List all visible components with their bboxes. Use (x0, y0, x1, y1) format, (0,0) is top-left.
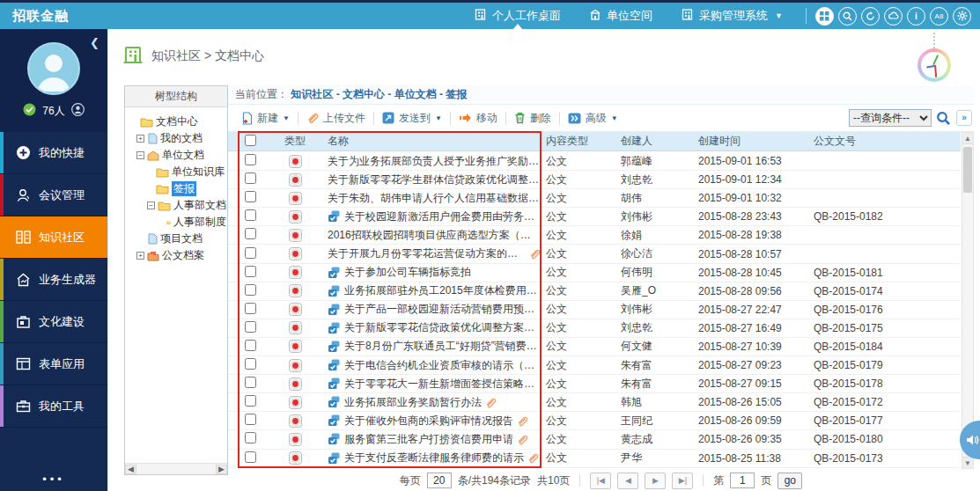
document-name-link[interactable]: 服务窗第三批客户打捞资信费用申请 (344, 432, 513, 447)
column-header-type[interactable]: 类型 (269, 134, 321, 149)
upload-file-button[interactable]: 上传文件 (298, 111, 373, 126)
document-name-link[interactable]: 关于电信合约机企业资质审核的请示（泰隆集团... (344, 358, 541, 373)
document-name-link[interactable]: 关于产品一部校园迎新活动营销费用预算申请 (344, 302, 541, 317)
document-name-link[interactable]: 业务拓展部业务奖励暂行办法 (344, 395, 482, 410)
document-name-link[interactable]: 关于新版零零花学生群体信贷政策优化调整方案第二... (328, 172, 541, 187)
collapse-icon[interactable]: − (136, 151, 144, 159)
advanced-button[interactable]: 高级▼ (560, 111, 626, 126)
column-header-name[interactable]: 名称 (321, 134, 541, 149)
tree-item-my-documents[interactable]: + 我的文档 (128, 130, 226, 147)
document-name-link[interactable]: 关于开展九月份零零花运营促动方案的请示 (328, 246, 526, 261)
avatar[interactable] (27, 42, 80, 95)
nav-unit-space[interactable]: 单位空间 (575, 3, 667, 29)
table-row[interactable]: 关于新版零零花信贷政策优化调整方案第一版及... 公文 刘忠乾 2015-08-… (228, 319, 961, 338)
expand-icon[interactable]: + (136, 252, 144, 260)
first-page-button[interactable]: |◀ (590, 473, 611, 489)
row-checkbox[interactable] (245, 154, 256, 165)
tree-item-official-archives[interactable]: + 公文档案 (128, 247, 226, 264)
location-link[interactable]: 单位文档 (394, 88, 446, 100)
row-checkbox[interactable] (245, 191, 256, 202)
tree-item-hr-documents[interactable]: − 人事部文档 (128, 197, 226, 214)
document-name-link[interactable]: 关于催收外包商的采购评审情况报告 (344, 414, 513, 429)
new-button[interactable]: 新建▼ (233, 111, 298, 126)
document-name-link[interactable]: 2016招联校园招聘项目供应商选型方案（具体说明见... (328, 228, 541, 243)
table-row[interactable]: 关于零零花大一新生新增面签授信策略的请示 公文 朱有富 2015-08-27 0… (228, 375, 961, 393)
document-name-link[interactable]: 关于支付反垄断法律服务律师费的请示 (344, 451, 524, 465)
sidebar-item-my-shortcuts[interactable]: 我的快捷 (0, 132, 107, 174)
sidebar-more-dots[interactable]: ••• (0, 473, 107, 486)
table-row[interactable]: 业务拓展部驻外员工2015年度体检费用申请 公文 吴雁_O 2015-08-28… (228, 282, 961, 301)
go-button[interactable]: go (777, 473, 802, 489)
query-condition-select[interactable]: --查询条件-- (849, 109, 932, 127)
table-row[interactable]: 2016招联校园招聘项目供应商选型方案（具体说明见... 公文 徐娟 2015-… (228, 226, 961, 245)
column-header-doc-number[interactable]: 公文文号 (810, 134, 961, 149)
table-row[interactable]: 关于朱劲、胡伟申请人行个人信用基础数据库用户的... 公文 胡伟 2015-09… (228, 189, 961, 208)
row-checkbox[interactable] (245, 414, 256, 425)
scroll-left-icon[interactable]: ◀ (125, 465, 136, 474)
a8-badge-icon[interactable]: A8 (930, 7, 948, 26)
tree-horizontal-scrollbar[interactable]: ◀ ▶ (125, 463, 227, 474)
row-checkbox[interactable] (245, 266, 256, 277)
row-checkbox[interactable] (245, 340, 256, 351)
send-to-button[interactable]: 发送到▼ (374, 111, 450, 126)
location-link[interactable]: 签报 (446, 88, 467, 100)
move-button[interactable]: 移动 (451, 111, 505, 126)
table-row[interactable]: 关于为业务拓展部负责人授予业务推广奖励的申请 公文 郭蕴峰 2015-09-01… (228, 152, 961, 171)
document-name-link[interactable]: 关于参加公司车辆指标竞拍 (344, 265, 471, 280)
scroll-up-icon[interactable]: ▲ (962, 133, 973, 144)
tree-item-document-center[interactable]: 文档中心 (128, 114, 226, 130)
cloud-icon[interactable] (884, 7, 903, 26)
last-page-button[interactable]: ▶| (672, 473, 693, 489)
search-icon[interactable] (936, 111, 951, 126)
collapse-sidebar-icon[interactable]: ❮ (90, 36, 99, 49)
settings-gear-icon[interactable] (953, 7, 971, 26)
search-icon[interactable] (838, 7, 857, 26)
collapse-icon[interactable]: − (147, 202, 155, 209)
table-row[interactable]: 服务窗第三批客户打捞资信费用申请 公文 黄志成 2015-08-26 09:35… (228, 430, 961, 449)
prev-page-button[interactable]: ◀ (617, 473, 638, 489)
tree-item-unit-documents[interactable]: − 单位文档 (128, 147, 226, 164)
table-row[interactable]: 业务拓展部业务奖励暂行办法 公文 韩旭 2015-08-26 15:05 QB-… (228, 393, 961, 412)
nav-personal-desktop[interactable]: 个人工作桌面 (460, 3, 575, 29)
row-checkbox[interactable] (245, 321, 256, 333)
sidebar-item-culture-building[interactable]: 文化建设 (0, 301, 107, 343)
location-link[interactable]: 文档中心 (343, 88, 394, 100)
table-row[interactable]: 关于催收外包商的采购评审情况报告 公文 王同纪 2015-08-26 09:59… (228, 412, 961, 430)
column-header-created[interactable]: 创建时间 (694, 134, 810, 149)
row-checkbox[interactable] (245, 395, 256, 407)
tree-item-unit-knowledge-base[interactable]: 单位知识库 (128, 164, 226, 180)
location-link[interactable]: 知识社区 (291, 88, 343, 100)
row-checkbox[interactable] (245, 451, 256, 463)
table-row[interactable]: 关于支付反垄断法律服务律师费的请示 公文 尹华 2015-08-25 11:38… (228, 450, 961, 468)
row-checkbox[interactable] (245, 358, 256, 370)
next-page-button[interactable]: ▶ (645, 473, 666, 489)
sidebar-item-knowledge-community[interactable]: 知识社区 (0, 216, 107, 259)
sidebar-item-meeting-management[interactable]: 会议管理 (0, 174, 107, 216)
page-title[interactable]: 知识社区 > 文档中心 (151, 48, 264, 64)
document-name-link[interactable]: 关于为业务拓展部负责人授予业务推广奖励的申请 (328, 154, 541, 169)
document-name-link[interactable]: 业务拓展部驻外员工2015年度体检费用申请 (344, 283, 541, 298)
row-checkbox[interactable] (245, 284, 256, 296)
select-all-checkbox[interactable] (245, 135, 256, 146)
expand-icon[interactable]: + (136, 135, 144, 143)
contacts-person-icon[interactable] (71, 103, 85, 119)
page-number-input[interactable] (730, 473, 755, 488)
vertical-scrollbar[interactable]: ▲ ▼ (962, 132, 974, 469)
row-checkbox[interactable] (245, 247, 256, 259)
tree-item-project-documents[interactable]: 项目文档 (128, 231, 226, 247)
row-checkbox[interactable] (245, 432, 256, 443)
row-checkbox[interactable] (245, 377, 256, 388)
table-row[interactable]: 关于开展九月份零零花运营促动方案的请示 公文 徐心洁 2015-08-28 10… (228, 245, 961, 263)
row-checkbox[interactable] (245, 228, 256, 239)
refresh-icon[interactable] (861, 7, 880, 26)
delete-button[interactable]: 删除 (506, 111, 559, 126)
per-page-input[interactable] (427, 473, 452, 488)
info-icon[interactable]: i (907, 7, 925, 26)
apps-grid-icon[interactable] (815, 7, 834, 26)
tree-item-hr-policies[interactable]: 人事部制度 (128, 214, 226, 231)
row-checkbox[interactable] (245, 209, 256, 221)
nav-procurement-system[interactable]: 采购管理系统 ▼ (667, 3, 797, 29)
scroll-right-icon[interactable]: ▶ (216, 465, 227, 474)
table-row[interactable]: 关于产品一部校园迎新活动营销费用预算申请 公文 刘伟彬 2015-08-27 2… (228, 301, 961, 319)
document-name-link[interactable]: 关于8月份广东联通员工“好期贷”营销费用的申... (344, 339, 541, 354)
